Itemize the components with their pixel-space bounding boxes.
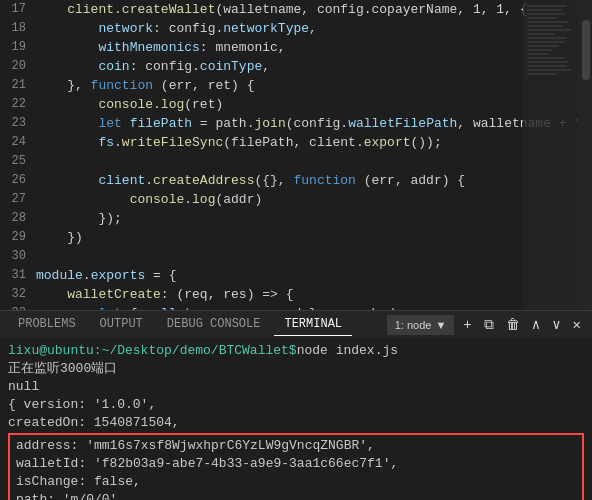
code-line-19: 19 withMnemonics: mnemonic, <box>0 38 592 57</box>
code-line-32: 32 walletCreate: (req, res) => { <box>0 285 592 304</box>
terminal-output-line-2: null <box>8 378 584 396</box>
svg-rect-13 <box>527 53 549 55</box>
chevron-down-icon: ▼ <box>435 319 446 331</box>
svg-rect-10 <box>527 41 565 43</box>
terminal-command: node index.js <box>297 342 398 360</box>
terminal-prompt-line: lixu@ubuntu:~/Desktop/demo/BTCWallet$ no… <box>8 342 584 360</box>
svg-rect-14 <box>527 57 565 59</box>
terminal-area[interactable]: lixu@ubuntu:~/Desktop/demo/BTCWallet$ no… <box>0 338 592 500</box>
editor-minimap <box>523 0 578 310</box>
svg-rect-9 <box>527 37 567 39</box>
terminal-hl-line-2: walletId: 'f82b03a9-abe7-4b33-a9e9-3aa1c… <box>16 455 576 473</box>
panel-tabs-bar: PROBLEMS OUTPUT DEBUG CONSOLE TERMINAL 1… <box>0 310 592 338</box>
svg-rect-15 <box>527 61 569 63</box>
code-line-17: 17 client.createWallet(walletname, confi… <box>0 0 592 19</box>
tab-output[interactable]: OUTPUT <box>90 313 153 336</box>
svg-rect-6 <box>527 25 563 27</box>
code-line-18: 18 network: config.networkType, <box>0 19 592 38</box>
delete-terminal-button[interactable]: 🗑 <box>503 317 523 333</box>
code-line-25: 25 <box>0 152 592 171</box>
code-line-20: 20 coin: config.coinType, <box>0 57 592 76</box>
code-line-21: 21 }, function (err, ret) { <box>0 76 592 95</box>
terminal-prompt: lixu@ubuntu:~/Desktop/demo/BTCWallet$ <box>8 342 297 360</box>
svg-rect-2 <box>527 9 562 11</box>
editor-scrollbar-thumb[interactable] <box>582 20 590 80</box>
tab-debug-console[interactable]: DEBUG CONSOLE <box>157 313 271 336</box>
tab-terminal[interactable]: TERMINAL <box>274 313 352 336</box>
terminal-output-line-1: 正在监听3000端口 <box>8 360 584 378</box>
code-line-24: 24 fs.writeFileSync(filePath, client.exp… <box>0 133 592 152</box>
terminal-hl-line-3: isChange: false, <box>16 473 576 491</box>
svg-rect-18 <box>527 73 557 75</box>
panel-collapse-down-button[interactable]: ∨ <box>549 316 563 333</box>
panel-close-button[interactable]: ✕ <box>570 316 584 333</box>
code-line-28: 28 }); <box>0 209 592 228</box>
code-line-33: 33 let { walletname, password } = req.bo… <box>0 304 592 310</box>
code-line-26: 26 client.createAddress({}, function (er… <box>0 171 592 190</box>
terminal-hl-line-4: path: 'm/0/0', <box>16 491 576 500</box>
svg-rect-17 <box>527 69 571 71</box>
code-line-30: 30 <box>0 247 592 266</box>
svg-rect-3 <box>527 13 565 15</box>
editor-scrollbar[interactable] <box>578 0 592 310</box>
svg-rect-5 <box>527 21 569 23</box>
tab-problems[interactable]: PROBLEMS <box>8 313 86 336</box>
code-line-31: 31 module.exports = { <box>0 266 592 285</box>
panel-collapse-up-button[interactable]: ∧ <box>529 316 543 333</box>
svg-rect-1 <box>527 5 567 7</box>
new-terminal-button[interactable]: + <box>460 317 474 333</box>
svg-rect-16 <box>527 65 567 67</box>
code-line-23: 23 let filePath = path.join(config.walle… <box>0 114 592 133</box>
code-line-27: 27 console.log(addr) <box>0 190 592 209</box>
terminal-highlighted-block: address: 'mm16s7xsf8WjwxhprC6YzLW9gVncqZ… <box>8 433 584 500</box>
editor-area: 17 client.createWallet(walletname, confi… <box>0 0 592 310</box>
code-line-29: 29 }) <box>0 228 592 247</box>
svg-rect-11 <box>527 45 559 47</box>
terminal-dropdown[interactable]: 1: node ▼ <box>387 315 455 335</box>
split-terminal-button[interactable]: ⧉ <box>481 317 497 333</box>
code-line-22: 22 console.log(ret) <box>0 95 592 114</box>
terminal-hl-line-1: address: 'mm16s7xsf8WjwxhprC6YzLW9gVncqZ… <box>16 437 576 455</box>
svg-rect-8 <box>527 33 555 35</box>
svg-rect-4 <box>527 17 557 19</box>
terminal-output-line-4: createdOn: 1540871504, <box>8 414 584 432</box>
svg-rect-12 <box>527 49 553 51</box>
minimap-svg <box>523 0 578 310</box>
terminal-output-line-3: { version: '1.0.0', <box>8 396 584 414</box>
svg-rect-7 <box>527 29 571 31</box>
